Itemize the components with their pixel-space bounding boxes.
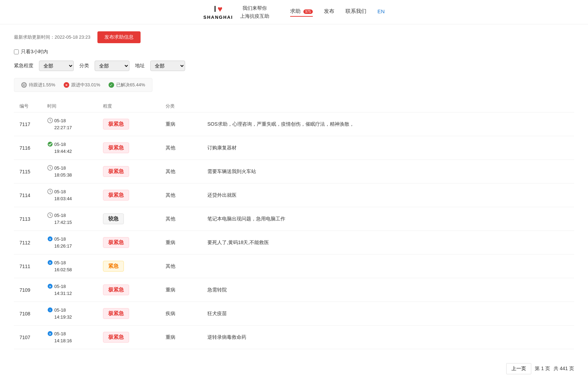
urgency-badge: 极紧急 [103,308,129,319]
row-category: 其他 [160,255,202,278]
three-hour-filter[interactable]: 只看3小时内 [14,49,574,55]
site-slogan: 我们来帮你 上海抗疫互助 [240,4,269,20]
row-time: » 05-18 16:02:58 [42,255,97,278]
col-header-desc [202,100,574,112]
filter-row: 紧急程度 全部 极紧急 紧急 较急 分类 全部 重病 疾病 其他 地址 全部 [14,61,574,71]
table-row[interactable]: 7107 » 05-18 14:18:16 极紧急 重病 逆转录病毒救命药 [14,326,574,349]
row-time: 05-18 17:42:15 [42,207,97,231]
update-time: 最新求助更新时间：2022-05-18 23:23 [14,34,90,40]
seek-help-badge: 975 [303,9,313,14]
row-desc: 需要车辆送我到火车站 [202,160,574,183]
publish-button[interactable]: 发布求助信息 [97,31,141,43]
row-id: 7117 [14,112,42,136]
row-category: 其他 [160,207,202,231]
row-category: 重病 [160,231,202,255]
address-label: 地址 [135,63,145,69]
help-table: 编号 时间 程度 分类 7117 05-18 22:27:17 极紧急 重病 S… [14,100,574,349]
row-urgency: 紧急 [97,255,160,278]
address-select[interactable]: 全部 [150,61,185,71]
row-urgency: 极紧急 [97,302,160,326]
row-id: 7111 [14,255,42,278]
row-category: 疾病 [160,302,202,326]
row-category: 其他 [160,160,202,183]
top-bar: 最新求助更新时间：2022-05-18 23:23 发布求助信息 [14,31,574,43]
row-desc: 急需转院 [202,278,574,302]
row-desc: SOS求助，心理咨询，严重失眠，疫情创伤，催眠疗法，精神涣散， [202,112,574,136]
row-urgency: 极紧急 [97,326,160,349]
urgency-label: 紧急程度 [14,63,33,69]
prev-page-button[interactable]: 上一页 [506,363,531,374]
row-category: 其他 [160,136,202,160]
logo-heart-icon: ♥ [217,4,222,14]
table-row[interactable]: 7117 05-18 22:27:17 极紧急 重病 SOS求助，心理咨询，严重… [14,112,574,136]
urgency-badge: 极紧急 [103,142,129,153]
svg-line-9 [50,168,51,169]
category-label: 分类 [79,63,89,69]
row-id: 7115 [14,160,42,183]
pagination: 上一页 第 1 页 共 441 页 [0,356,588,381]
row-id: 7114 [14,183,42,207]
row-id: 7107 [14,326,42,349]
table-row[interactable]: 7114 05-18 18:03:44 极紧急 其他 还贷外出就医 [14,183,574,207]
row-time: » 05-18 14:18:16 [42,326,97,349]
table-row[interactable]: 7116 05-18 19:44:42 极紧急 其他 订购康复器材 [14,136,574,160]
row-id: 7108 [14,302,42,326]
row-desc: 逆转录病毒救命药 [202,326,574,349]
resolved-label: 已解决65.44% [116,82,145,88]
urgency-badge: 紧急 [103,261,124,272]
row-desc [202,255,574,278]
three-hour-checkbox[interactable] [14,49,19,54]
table-row[interactable]: 7112 » 05-18 16:26:17 极紧急 重病 要死人了,黄码18天,… [14,231,574,255]
site-logo: I ♥ SHANGHAI [203,4,233,20]
in-progress-status: × 跟进中33.01% [64,82,100,88]
row-desc: 笔记本电脑出现问题，急用电脑工作 [202,207,574,231]
row-urgency: 极紧急 [97,231,160,255]
row-id: 7113 [14,207,42,231]
row-id: 7112 [14,231,42,255]
logo-shanghai: SHANGHAI [203,15,233,20]
row-urgency: 极紧急 [97,278,160,302]
status-bar: 待跟进1.55% × 跟进中33.01% ✓ 已解决65.44% [14,78,152,92]
nav-seek-help[interactable]: 求助 975 [290,8,313,16]
logo-i-text: I [214,4,216,14]
urgency-badge: 极紧急 [103,237,129,248]
table-row[interactable]: 7109 » 05-18 14:31:12 极紧急 重病 急需转院 [14,278,574,302]
row-urgency: 极紧急 [97,136,160,160]
row-desc: 要死人了,黄码18天,不能救医 [202,231,574,255]
svg-line-5 [50,120,51,121]
in-progress-label: 跟进中33.01% [71,82,100,88]
row-id: 7116 [14,136,42,160]
resolved-status: ✓ 已解决65.44% [109,82,145,88]
category-select[interactable]: 全部 重病 疾病 其他 [95,61,129,71]
col-header-id: 编号 [14,100,42,112]
svg-text:›: › [49,308,51,312]
row-time: 05-18 18:03:44 [42,183,97,207]
table-row[interactable]: 7111 » 05-18 16:02:58 紧急 其他 [14,255,574,278]
urgency-badge: 极紧急 [103,190,129,201]
svg-line-2 [24,85,25,85]
table-row[interactable]: 7115 05-18 18:05:38 极紧急 其他 需要车辆送我到火车站 [14,160,574,183]
urgency-select[interactable]: 全部 极紧急 紧急 较急 [39,61,74,71]
total-pages: 共 441 页 [554,366,574,372]
row-category: 重病 [160,326,202,349]
table-row[interactable]: 7108 › 05-18 14:19:32 极紧急 疾病 狂犬疫苗 [14,302,574,326]
current-page: 第 1 页 [535,366,550,372]
row-time: » 05-18 14:31:12 [42,278,97,302]
col-header-time: 时间 [42,100,97,112]
urgency-badge: 极紧急 [103,332,129,343]
urgency-badge: 较急 [103,213,124,224]
urgency-badge: 极紧急 [103,284,129,295]
table-row[interactable]: 7113 05-18 17:42:15 较急 其他 笔记本电脑出现问题，急用电脑… [14,207,574,231]
row-desc: 订购康复器材 [202,136,574,160]
row-category: 其他 [160,183,202,207]
pending-label: 待跟进1.55% [29,82,55,88]
nav-contact[interactable]: 联系我们 [345,8,366,16]
row-time: » 05-18 16:26:17 [42,231,97,255]
svg-text:»: » [49,261,51,265]
urgency-badge: 极紧急 [103,119,129,130]
row-id: 7109 [14,278,42,302]
nav-lang-en[interactable]: EN [378,8,385,16]
nav-publish[interactable]: 发布 [324,8,334,16]
row-desc: 狂犬疫苗 [202,302,574,326]
pending-status: 待跟进1.55% [21,82,55,88]
